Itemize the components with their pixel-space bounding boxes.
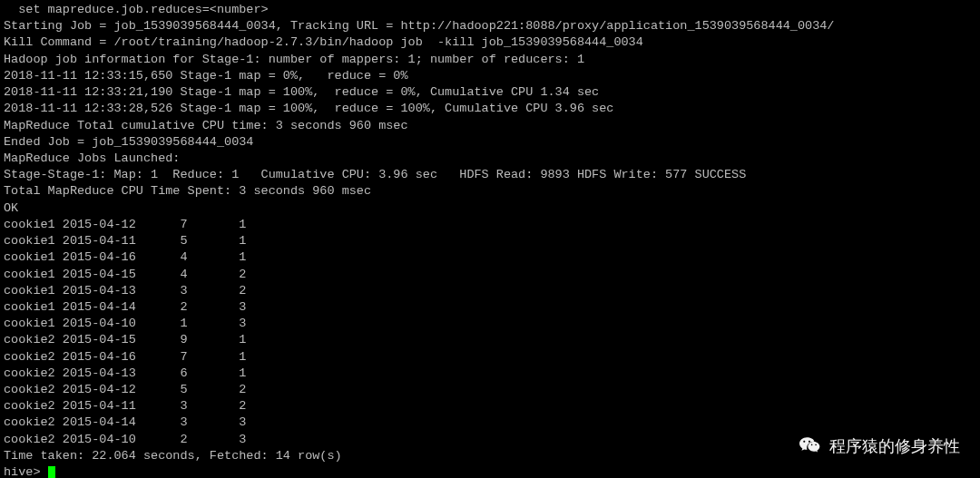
log-line: set mapreduce.job.reduces=<number> (4, 2, 976, 18)
cursor-icon (48, 466, 55, 478)
result-row: cookie1 2015-04-14 2 3 (4, 299, 976, 316)
log-line: Kill Command = /root/training/hadoop-2.7… (4, 34, 976, 51)
log-line: MapReduce Total cumulative CPU time: 3 s… (4, 118, 976, 134)
result-row: cookie1 2015-04-15 4 2 (4, 267, 976, 283)
log-line: Hadoop job information for Stage-1: numb… (4, 52, 976, 68)
hive-prompt: hive> (4, 465, 48, 478)
log-line: Ended Job = job_1539039568444_0034 (4, 134, 976, 151)
log-line: 2018-11-11 12:33:28,526 Stage-1 map = 10… (4, 101, 976, 117)
log-line: 2018-11-11 12:33:15,650 Stage-1 map = 0%… (4, 68, 976, 84)
log-line: Stage-Stage-1: Map: 1 Reduce: 1 Cumulati… (4, 167, 976, 183)
log-line: Total MapReduce CPU Time Spent: 3 second… (4, 183, 976, 200)
hive-prompt-line[interactable]: hive> (4, 464, 976, 478)
result-row: cookie2 2015-04-16 7 1 (4, 349, 976, 366)
result-row: cookie2 2015-04-11 3 2 (4, 398, 976, 415)
log-line: 2018-11-11 12:33:21,190 Stage-1 map = 10… (4, 84, 976, 101)
log-line: MapReduce Jobs Launched: (4, 151, 976, 167)
watermark: 程序猿的修身养性 (799, 434, 960, 458)
wechat-icon (799, 434, 822, 458)
watermark-text: 程序猿的修身养性 (829, 435, 960, 457)
result-row: cookie2 2015-04-12 5 2 (4, 382, 976, 398)
result-row: cookie2 2015-04-15 9 1 (4, 332, 976, 348)
result-row: cookie1 2015-04-11 5 1 (4, 233, 976, 249)
log-line: OK (4, 200, 976, 217)
result-row: cookie2 2015-04-13 6 1 (4, 366, 976, 382)
result-row: cookie2 2015-04-14 3 3 (4, 415, 976, 431)
log-line: Starting Job = job_1539039568444_0034, T… (4, 18, 976, 34)
result-row: cookie1 2015-04-10 1 3 (4, 316, 976, 332)
result-row: cookie1 2015-04-13 3 2 (4, 283, 976, 299)
result-row: cookie1 2015-04-16 4 1 (4, 249, 976, 266)
result-row: cookie1 2015-04-12 7 1 (4, 217, 976, 233)
